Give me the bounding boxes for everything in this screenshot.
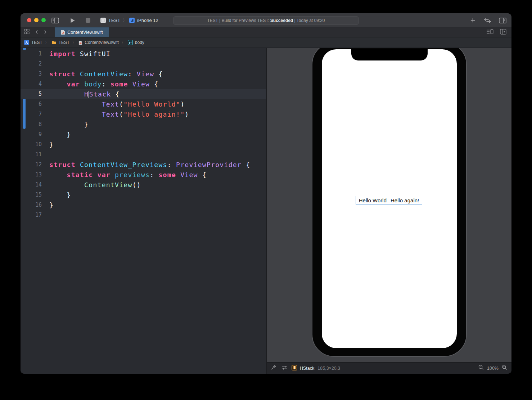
go-forward-button[interactable] xyxy=(44,29,47,36)
chevron-right-icon: 〉 xyxy=(121,40,125,45)
scheme-device-label: iPhone 12 xyxy=(137,18,158,23)
property-symbol-icon: P xyxy=(128,40,133,45)
chevron-right-icon: 〉 xyxy=(45,40,49,45)
code-line[interactable]: 5 HStack { xyxy=(21,89,266,99)
tab-contentview-swift[interactable]: ContentView.swift xyxy=(55,27,109,37)
breadcrumb-file[interactable]: ContentView.swift xyxy=(78,40,119,45)
xcode-window: TEST 〉 iPhone 12 TEST | Build for Previe… xyxy=(21,13,511,374)
code-line[interactable]: 3struct ContentView: View { xyxy=(21,69,266,79)
app-scheme-icon xyxy=(100,18,106,23)
selection-size: 185,3×20,3 xyxy=(317,366,340,371)
breadcrumb-file-label: ContentView.swift xyxy=(85,40,119,45)
hstack-symbol-icon xyxy=(292,365,297,372)
close-window-button[interactable] xyxy=(27,18,31,22)
preview-settings-icon[interactable] xyxy=(281,365,287,372)
iphone-screen[interactable]: Hello World Hello again! xyxy=(322,49,457,348)
breadcrumb-symbol-label: body xyxy=(135,40,144,45)
code-line[interactable]: 10} xyxy=(21,139,266,149)
folder-icon xyxy=(51,41,57,45)
breadcrumb-folder[interactable]: TEST xyxy=(51,40,70,45)
line-number[interactable]: 2 xyxy=(21,60,49,67)
code-line[interactable]: 7 Text("Hello again!") xyxy=(21,109,266,119)
line-number[interactable]: 14 xyxy=(21,181,49,188)
breadcrumb-project[interactable]: TEST xyxy=(24,40,42,45)
line-number[interactable]: 16 xyxy=(21,202,49,208)
code-review-icon[interactable] xyxy=(484,13,491,27)
pin-preview-icon[interactable] xyxy=(271,365,276,372)
swift-file-icon xyxy=(61,30,65,35)
stop-button[interactable] xyxy=(86,13,90,27)
selected-hstack-view[interactable]: Hello World Hello again! xyxy=(356,196,422,205)
add-button[interactable] xyxy=(470,13,475,27)
line-number[interactable]: 12 xyxy=(21,161,49,168)
preview-canvas[interactable]: Hello World Hello again! xyxy=(267,48,511,362)
line-number[interactable]: 4 xyxy=(21,81,49,87)
code-line[interactable]: 16} xyxy=(21,200,266,210)
breadcrumb-folder-label: TEST xyxy=(59,40,70,45)
related-items-icon[interactable] xyxy=(24,29,30,36)
code-line[interactable]: 2 xyxy=(21,59,266,69)
toggle-navigator-icon[interactable] xyxy=(51,13,59,27)
line-number[interactable]: 11 xyxy=(21,151,49,158)
chevron-right-icon: 〉 xyxy=(123,18,127,23)
code-line[interactable]: 6 Text("Hello World") xyxy=(21,99,266,109)
scheme-selector[interactable]: TEST 〉 iPhone 12 xyxy=(100,13,158,27)
code-line[interactable]: 4 var body: some View { xyxy=(21,79,266,89)
simulator-device-icon xyxy=(129,18,135,23)
line-number[interactable]: 7 xyxy=(21,111,49,117)
code-line[interactable]: 13 static var previews: some View { xyxy=(21,170,266,180)
status-text-time: | Today at 09:20 xyxy=(293,18,325,23)
source-editor[interactable]: 1import SwiftUI23struct ContentView: Vie… xyxy=(21,48,267,374)
iphone-device-frame: Hello World Hello again! xyxy=(312,48,467,357)
zoom-out-icon[interactable] xyxy=(478,365,484,372)
preview-bottom-bar: HStack 185,3×20,3 100% xyxy=(267,362,511,374)
selection-label: HStack xyxy=(300,366,314,371)
minimize-window-button[interactable] xyxy=(34,18,39,22)
project-icon xyxy=(24,40,29,45)
code-line[interactable]: 8 } xyxy=(21,119,266,129)
code-line[interactable]: 11 xyxy=(21,149,266,159)
line-number[interactable]: 15 xyxy=(21,192,49,198)
code-line[interactable]: 1import SwiftUI xyxy=(21,49,266,59)
scheme-project-label: TEST xyxy=(108,18,120,23)
hello-again-text: Hello again! xyxy=(391,197,419,203)
swift-file-icon xyxy=(78,40,82,45)
tab-bar: ContentView.swift xyxy=(21,27,511,37)
code-line[interactable]: 14 ContentView() xyxy=(21,180,266,190)
line-number[interactable]: 17 xyxy=(21,212,49,218)
tab-label: ContentView.swift xyxy=(67,30,103,35)
status-text-result: Succeeded xyxy=(270,18,293,23)
line-number[interactable]: 8 xyxy=(21,121,49,127)
hello-world-text: Hello World xyxy=(359,197,387,203)
code-line[interactable]: 17 xyxy=(21,210,266,220)
code-line[interactable]: 9 } xyxy=(21,129,266,139)
line-number[interactable]: 13 xyxy=(21,171,49,178)
editor-options-icon[interactable] xyxy=(486,29,493,36)
code-line[interactable]: 15 } xyxy=(21,190,266,200)
iphone-notch xyxy=(351,49,428,60)
zoom-window-button[interactable] xyxy=(41,18,46,22)
status-text-prefix: TEST | Build for Previews TEST: xyxy=(207,18,270,23)
jump-bar: TEST 〉 TEST 〉 ContentView.swift 〉 P body xyxy=(21,37,511,48)
run-button[interactable] xyxy=(70,13,75,27)
line-number[interactable]: 9 xyxy=(21,131,49,138)
breadcrumb-symbol[interactable]: P body xyxy=(128,40,144,45)
code-line[interactable]: 12struct ContentView_Previews: PreviewPr… xyxy=(21,159,266,170)
go-back-button[interactable] xyxy=(35,29,38,36)
code-lines: 1import SwiftUI23struct ContentView: Vie… xyxy=(21,49,266,220)
activity-status[interactable]: TEST | Build for Previews TEST: Succeede… xyxy=(173,16,359,25)
add-editor-icon[interactable] xyxy=(500,29,506,36)
titlebar: TEST 〉 iPhone 12 TEST | Build for Previe… xyxy=(21,13,511,27)
chevron-right-icon: 〉 xyxy=(72,40,76,45)
preview-pane: Hello World Hello again! HStack 185, xyxy=(267,48,511,374)
zoom-level: 100% xyxy=(487,366,499,371)
breadcrumb-project-label: TEST xyxy=(31,40,42,45)
line-number[interactable]: 10 xyxy=(21,141,49,148)
toggle-inspector-icon[interactable] xyxy=(499,13,506,27)
zoom-in-icon[interactable] xyxy=(502,365,507,372)
line-number[interactable]: 1 xyxy=(21,50,49,57)
line-number[interactable]: 3 xyxy=(21,71,49,77)
line-number[interactable]: 6 xyxy=(21,101,49,107)
line-number[interactable]: 5 xyxy=(21,91,49,97)
